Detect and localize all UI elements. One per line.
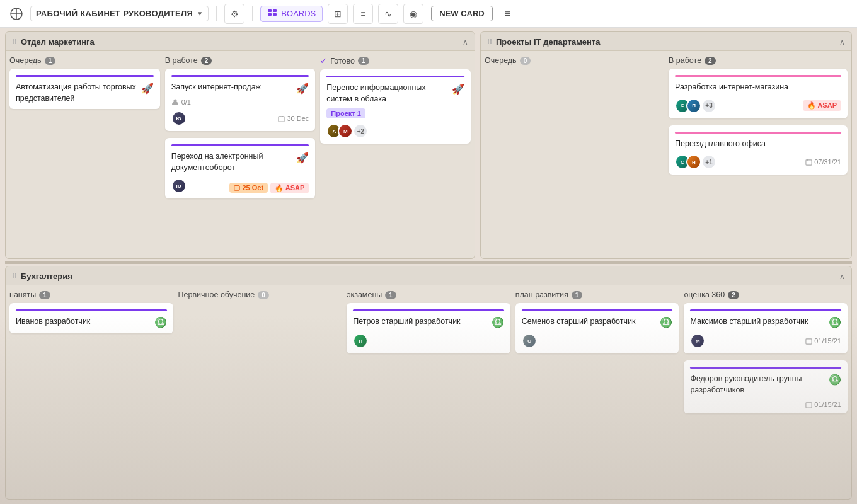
marketing-collapse-button[interactable]: ∧ — [463, 38, 468, 47]
it-queue-header: Очередь 0 — [485, 56, 664, 65]
marketing-section-header: ⁞⁞ Отдел маркетинга ∧ — [6, 32, 475, 51]
card-bar — [326, 76, 464, 77]
card-bar — [16, 309, 167, 311]
col-hdr-left-6: наняты 1 — [9, 290, 50, 299]
done-cards-list: Перенос информационных систем в облака 🚀… — [320, 69, 471, 147]
accounting-section-title-area: ⁞⁞ Бухгалтерия — [12, 272, 72, 281]
card-title: Переезд главного офиса — [675, 139, 841, 150]
card-maksimov[interactable]: Максимов старший разработчик ♎ М 01/15/2… — [684, 303, 848, 353]
drag-handle-icon[interactable]: ⁞⁞ — [487, 38, 492, 46]
boards-icon — [267, 9, 277, 19]
col-hdr-left-4: Очередь 0 — [485, 56, 531, 65]
it-inwork-col-count: 2 — [705, 57, 716, 65]
marketing-columns: Очередь 1 Автоматизация работы торговых … — [6, 51, 475, 258]
asap-badge: 🔥 ASAP — [803, 100, 841, 111]
card-footer: М 01/15/21 — [690, 333, 841, 348]
card-electronic-docs[interactable]: Переход на электронный документооборот 🚀… — [165, 138, 316, 198]
card-bar — [675, 75, 841, 77]
grid-icon: ⊞ — [334, 9, 342, 19]
date-text: 07/31/21 — [814, 158, 841, 166]
card-avatars: Ю — [171, 111, 183, 126]
hamburger-menu-button[interactable]: ≡ — [498, 4, 518, 24]
card-ivanov[interactable]: Иванов разработчик ♎ — [9, 303, 173, 333]
card-cloud-migration[interactable]: Перенос информационных систем в облака 🚀… — [320, 69, 471, 144]
person-icon — [171, 98, 179, 106]
filter-button[interactable]: ≡ — [353, 4, 373, 24]
card-semenov[interactable]: Семенов старший разработчик ♎ С — [515, 303, 679, 353]
avatar: Ю — [171, 111, 187, 126]
settings-button[interactable]: ⚙ — [224, 4, 244, 24]
devplan-col-count: 1 — [572, 291, 583, 299]
grid-view-button[interactable]: ⊞ — [328, 4, 348, 24]
top-sections-row: ⁞⁞ Отдел маркетинга ∧ Очередь 1 — [0, 28, 857, 261]
card-title: Запуск интернет-продаж — [171, 82, 293, 93]
queue-col-count: 1 — [45, 57, 56, 65]
card-fedorov[interactable]: Федоров руководитель группы разработчико… — [684, 360, 848, 413]
review360-col-name: оценка 360 — [684, 290, 725, 299]
card-title-row: Перенос информационных систем в облака 🚀 — [326, 83, 464, 105]
exams-col-count: 1 — [385, 291, 396, 299]
col-hdr-left-7: Первичное обучение 0 — [178, 290, 269, 299]
card-footer: 01/15/21 — [690, 401, 841, 408]
boards-button[interactable]: BOARDS — [260, 6, 323, 22]
card-badges: 25 Oct 🔥 ASAP — [229, 183, 309, 193]
date-text: 30 Dec — [287, 115, 309, 122]
it-columns: Очередь 0 В работе 2 — [481, 51, 851, 258]
new-card-button[interactable]: NEW CARD — [431, 6, 493, 21]
inwork-col-count: 2 — [201, 57, 212, 65]
card-internet-shop[interactable]: Разработка интернет-магазина С П +3 🔥 AS… — [669, 69, 848, 118]
card-title-row: Семенов старший разработчик ♎ — [522, 316, 673, 328]
card-title-row: Иванов разработчик ♎ — [16, 316, 167, 328]
card-launch-internet[interactable]: Запуск интернет-продаж 🚀 0/1 Ю — [165, 69, 316, 131]
subtask-count: 0/1 — [181, 98, 191, 106]
card-bar — [171, 144, 309, 146]
chart-button[interactable]: ∿ — [378, 4, 398, 24]
avatar-more: +1 — [701, 154, 716, 169]
card-date: 07/31/21 — [805, 158, 841, 166]
card-bar — [690, 367, 841, 369]
marketing-queue-header: Очередь 1 — [9, 56, 160, 65]
card-title-row: Переход на электронный документооборот 🚀 — [171, 151, 309, 173]
drag-handle-icon[interactable]: ⁞⁞ — [12, 38, 17, 46]
card-automation[interactable]: Автоматизация работы торговых представит… — [9, 69, 160, 109]
it-section-header: ⁞⁞ Проекты IT департамента ∧ — [481, 32, 851, 51]
review360-header: оценка 360 2 — [684, 290, 848, 299]
card-office-move[interactable]: Переезд главного офиса С Н +1 — [669, 125, 848, 175]
card-title-row: Петров старший разработчик ♎ — [353, 316, 504, 328]
hired-col-name: наняты — [9, 290, 36, 299]
target-button[interactable]: ◉ — [403, 4, 423, 24]
app-logo[interactable] — [8, 5, 25, 23]
training-column: Первичное обучение 0 — [178, 290, 342, 494]
card-title: Разработка интернет-магазина — [675, 82, 841, 93]
drag-handle-icon[interactable]: ⁞⁞ — [12, 272, 17, 280]
it-queue-column: Очередь 0 — [485, 56, 664, 253]
rocket-icon: 🚀 — [296, 152, 309, 164]
accounting-collapse-button[interactable]: ∧ — [839, 272, 845, 281]
card-footer: Ю 25 Oct 🔥 ASAP — [171, 178, 309, 193]
workspace-title-button[interactable]: РАБОЧИЙ КАБИНЕТ РУКОВОДИТЕЛЯ ▼ — [30, 6, 209, 21]
avatar-more: +2 — [353, 123, 368, 139]
done-col-count: 1 — [358, 57, 369, 65]
card-petrov[interactable]: Петров старший разработчик ♎ П — [347, 303, 510, 353]
card-avatars: П — [353, 333, 364, 348]
card-footer: С Н +1 07/31/21 — [675, 154, 841, 169]
it-collapse-button[interactable]: ∧ — [839, 38, 845, 47]
card-footer: Ю 30 Dec — [171, 111, 309, 126]
marketing-section-panel: ⁞⁞ Отдел маркетинга ∧ Очередь 1 — [5, 32, 475, 259]
card-title: Семенов старший разработчик — [522, 316, 657, 328]
project-badge: Проект 1 — [326, 108, 365, 118]
card-bar — [675, 132, 841, 134]
marketing-inwork-header: В работе 2 — [165, 56, 316, 65]
col-hdr-left-9: план развития 1 — [515, 290, 583, 299]
col-hdr-left-5: В работе 2 — [669, 56, 716, 65]
marketing-done-header: ✓ Готово 1 — [320, 56, 471, 66]
queue-cards-list: Автоматизация работы торговых представит… — [9, 69, 160, 113]
done-col-name: Готово — [330, 57, 355, 66]
card-date: 01/15/21 — [805, 337, 841, 345]
card-avatars: А М +2 — [326, 123, 368, 139]
card-avatars: М — [690, 333, 701, 348]
gear-icon: ⚙ — [231, 9, 239, 19]
filter-icon: ≡ — [360, 9, 365, 19]
chevron-down-icon: ▼ — [197, 10, 203, 17]
menu-icon: ≡ — [505, 8, 510, 20]
